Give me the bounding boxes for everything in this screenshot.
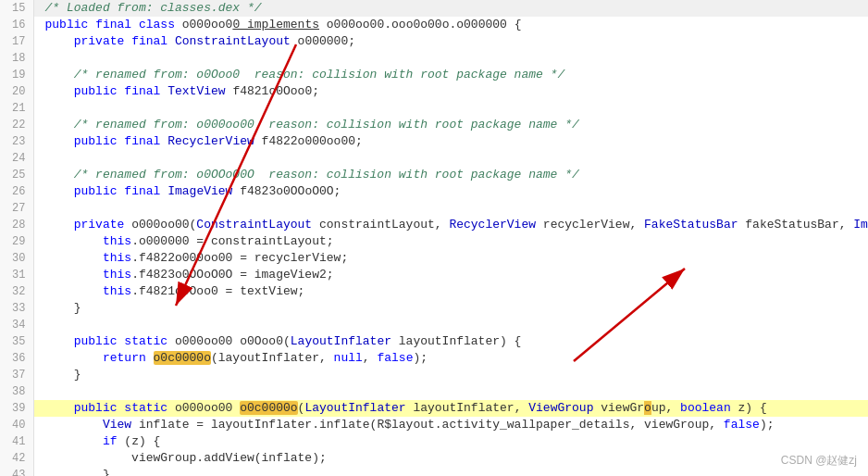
table-row: 24 — [0, 150, 868, 167]
code-line: public final class o000oo00_implements o… — [33, 17, 868, 33]
code-line — [33, 317, 868, 333]
code-line: } — [33, 467, 868, 476]
line-number: 24 — [0, 150, 33, 167]
code-line: public final TextView f4821o0Ooo0; — [33, 83, 868, 100]
line-number: 18 — [0, 50, 33, 67]
table-row: 30 this.f4822o000oo00 = recyclerView; — [0, 250, 868, 267]
table-row: 21 — [0, 100, 868, 117]
table-row: 34 — [0, 317, 868, 333]
line-number: 20 — [0, 83, 33, 100]
code-line — [33, 100, 868, 117]
code-line — [33, 150, 868, 167]
table-row: 40 View inflate = layoutInflater.inflate… — [0, 417, 868, 433]
table-row: 22 /* renamed from: o000oo00 reason: col… — [0, 117, 868, 133]
code-line: return o0c0000o(layoutInflater, null, fa… — [33, 350, 868, 367]
table-row: 31 this.f4823o0OOoO0O = imageView2; — [0, 267, 868, 283]
table-row: 16 public final class o000oo00_implement… — [0, 17, 868, 33]
watermark-text: CSDN @赵健zj — [781, 453, 857, 469]
line-number: 22 — [0, 117, 33, 133]
line-number: 37 — [0, 367, 33, 383]
code-viewer: 15 /* Loaded from: classes.dex */ 16 pub… — [0, 0, 868, 476]
line-number: 15 — [0, 0, 33, 17]
table-row: 38 — [0, 383, 868, 400]
line-number: 26 — [0, 183, 33, 200]
code-line: this.f4821o0Ooo0 = textView; — [33, 283, 868, 300]
line-number: 34 — [0, 317, 33, 333]
code-line: public final RecyclerView f4822o000oo00; — [33, 133, 868, 150]
line-number: 16 — [0, 17, 33, 33]
code-line: /* Loaded from: classes.dex */ — [33, 0, 868, 17]
table-row: 20 public final TextView f4821o0Ooo0; — [0, 83, 868, 100]
line-number: 38 — [0, 383, 33, 400]
table-row: 36 return o0c0000o(layoutInflater, null,… — [0, 350, 868, 367]
code-line — [33, 383, 868, 400]
code-line: public static o000oo00 o0Ooo0(LayoutInfl… — [33, 333, 868, 350]
table-row: 17 private final ConstraintLayout o00000… — [0, 33, 868, 50]
table-row: 23 public final RecyclerView f4822o000oo… — [0, 133, 868, 150]
code-line: this.f4823o0OOoO0O = imageView2; — [33, 267, 868, 283]
line-number: 41 — [0, 433, 33, 450]
line-number: 40 — [0, 417, 33, 433]
table-row: 25 /* renamed from: o0OOoO0O reason: col… — [0, 167, 868, 183]
table-row: 27 — [0, 200, 868, 217]
table-row: 39 public static o000oo00 o0c0000o(Layou… — [0, 400, 868, 417]
code-line: viewGroup.addView(inflate); — [33, 450, 868, 467]
table-row: 18 — [0, 50, 868, 67]
code-line: this.o000000 = constraintLayout; — [33, 233, 868, 250]
line-number: 27 — [0, 200, 33, 217]
table-row: 41 if (z) { — [0, 433, 868, 450]
line-number: 17 — [0, 33, 33, 50]
line-number: 25 — [0, 167, 33, 183]
line-number: 21 — [0, 100, 33, 117]
line-number: 42 — [0, 450, 33, 467]
table-row: 37 } — [0, 367, 868, 383]
table-row: 28 private o000oo00(ConstraintLayout con… — [0, 217, 868, 233]
table-row: 26 public final ImageView f4823o0OOoO0O; — [0, 183, 868, 200]
code-line: private final ConstraintLayout o000000; — [33, 33, 868, 50]
line-number: 23 — [0, 133, 33, 150]
code-line: } — [33, 367, 868, 383]
code-line: if (z) { — [33, 433, 868, 450]
line-number: 39 — [0, 400, 33, 417]
table-row: 43 } — [0, 467, 868, 476]
table-row: 32 this.f4821o0Ooo0 = textView; — [0, 283, 868, 300]
table-row: 35 public static o000oo00 o0Ooo0(LayoutI… — [0, 333, 868, 350]
code-line: public static o000oo00 o0c0000o(LayoutIn… — [33, 400, 868, 417]
code-line: /* renamed from: o0Ooo0 reason: collisio… — [33, 67, 868, 83]
line-number: 43 — [0, 467, 33, 476]
table-row: 33 } — [0, 300, 868, 317]
code-line: this.f4822o000oo00 = recyclerView; — [33, 250, 868, 267]
table-row: 19 /* renamed from: o0Ooo0 reason: colli… — [0, 67, 868, 83]
code-line — [33, 50, 868, 67]
line-number: 28 — [0, 217, 33, 233]
line-number: 36 — [0, 350, 33, 367]
code-line: public final ImageView f4823o0OOoO0O; — [33, 183, 868, 200]
code-table: 15 /* Loaded from: classes.dex */ 16 pub… — [0, 0, 868, 476]
line-number: 30 — [0, 250, 33, 267]
code-line: /* renamed from: o000oo00 reason: collis… — [33, 117, 868, 133]
line-number: 35 — [0, 333, 33, 350]
code-line: /* renamed from: o0OOoO0O reason: collis… — [33, 167, 868, 183]
line-number: 32 — [0, 283, 33, 300]
line-number: 33 — [0, 300, 33, 317]
line-number: 31 — [0, 267, 33, 283]
table-row: 15 /* Loaded from: classes.dex */ — [0, 0, 868, 17]
table-row: 42 viewGroup.addView(inflate); — [0, 450, 868, 467]
code-line: View inflate = layoutInflater.inflate(R$… — [33, 417, 868, 433]
code-line — [33, 200, 868, 217]
table-row: 29 this.o000000 = constraintLayout; — [0, 233, 868, 250]
line-number: 19 — [0, 67, 33, 83]
code-line: } — [33, 300, 868, 317]
line-number: 29 — [0, 233, 33, 250]
code-line: private o000oo00(ConstraintLayout constr… — [33, 217, 868, 233]
